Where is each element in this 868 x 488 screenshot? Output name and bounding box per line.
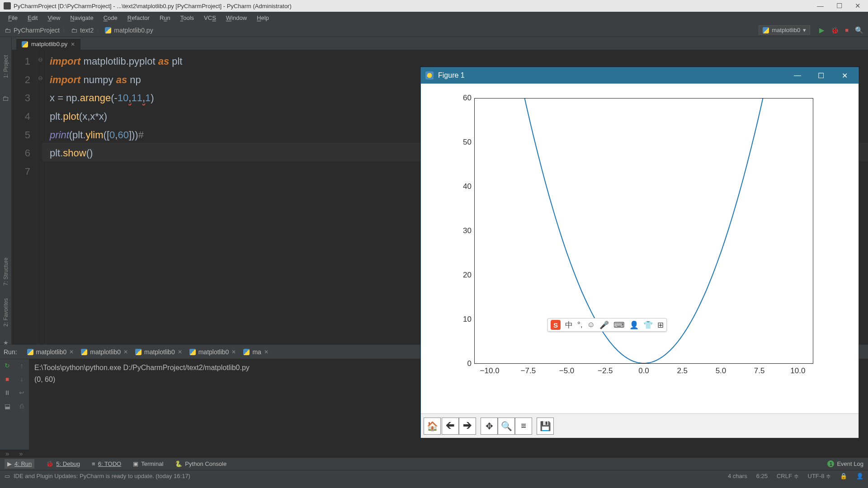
breadcrumb-label: PyCharmProject <box>14 27 60 34</box>
rerun-icon[interactable]: ↻ <box>5 362 10 369</box>
ime-logo-icon[interactable]: S <box>551 320 561 330</box>
fold-marker-icon[interactable]: ⊖ <box>38 73 43 84</box>
bottom-tool-tabs: ▶ 4: Run 🐞 5: Debug ≡ 6: TODO ▣ Terminal… <box>0 457 868 470</box>
run-panel-label: Run: <box>4 348 17 356</box>
navigation-bar: 🗀PyCharmProject 〉 🗀text2 〉 matplotlib0.p… <box>0 23 868 37</box>
status-encoding[interactable]: UTF-8 ≑ <box>808 473 831 479</box>
chevron-right-icon[interactable]: » <box>19 450 23 457</box>
search-icon[interactable]: 🔍 <box>855 26 863 34</box>
maximize-icon[interactable]: ☐ <box>836 2 842 10</box>
hector-icon[interactable]: 👤 <box>856 473 863 479</box>
up-arrow-icon[interactable]: ↑ <box>20 362 24 369</box>
pause-icon[interactable]: ⏸ <box>4 389 10 396</box>
menu-window[interactable]: Window <box>222 13 251 23</box>
menu-refactor[interactable]: Refactor <box>123 13 154 23</box>
back-icon[interactable]: 🡰 <box>442 418 459 435</box>
minimize-icon[interactable]: — <box>817 2 824 10</box>
run-config-selector[interactable]: matplotlib0 ▾ <box>759 25 810 35</box>
wrap-icon[interactable]: ↩ <box>19 389 24 396</box>
stop-icon[interactable]: ■ <box>5 375 9 383</box>
menu-vcs[interactable]: VCS <box>199 13 221 23</box>
run-panel-footer: » » <box>0 450 868 457</box>
python-file-icon <box>105 27 111 33</box>
ime-lang[interactable]: 中 <box>565 320 573 330</box>
ime-grid-icon[interactable]: ⊞ <box>657 320 664 330</box>
tool-event-log[interactable]: 1 Event Log <box>827 460 863 467</box>
ime-keyboard-icon[interactable]: ⌨ <box>613 320 625 330</box>
window-controls: — ☐ ✕ <box>817 2 861 10</box>
editor-tab[interactable]: matplotlib0.py ✕ <box>16 38 80 50</box>
breadcrumb-file[interactable]: matplotlib0.py <box>105 27 153 34</box>
menu-edit[interactable]: Edit <box>23 13 42 23</box>
menu-view[interactable]: View <box>43 13 65 23</box>
toolwindow-icon[interactable]: ▭ <box>5 473 10 479</box>
ime-shirt-icon[interactable]: 👕 <box>643 320 653 330</box>
tool-terminal[interactable]: ▣ Terminal <box>133 460 163 467</box>
breadcrumb-project[interactable]: 🗀PyCharmProject <box>5 27 60 34</box>
status-line-separator[interactable]: CRLF ≑ <box>777 473 799 479</box>
lock-icon[interactable]: 🔒 <box>840 473 847 479</box>
run-tab[interactable]: matplotlib0✕ <box>78 347 131 357</box>
ime-punct-icon[interactable]: °, <box>577 320 583 329</box>
status-chars: 4 chars <box>728 473 747 479</box>
breadcrumb-folder[interactable]: 🗀text2 <box>71 27 94 34</box>
chevron-right-icon[interactable]: » <box>5 450 9 457</box>
tab-close-icon[interactable]: ✕ <box>71 41 75 47</box>
run-tab[interactable]: matplotlib0✕ <box>187 347 239 357</box>
home-icon[interactable]: 🏠 <box>424 418 441 435</box>
layout-icon[interactable]: ⬓ <box>5 403 10 410</box>
ime-user-icon[interactable]: 👤 <box>629 320 639 330</box>
breadcrumb-label: text2 <box>80 27 94 34</box>
side-tab-project[interactable]: 1: Project <box>3 55 9 78</box>
status-bar: ▭IDE and Plugin Updates: PyCharm is read… <box>0 470 868 482</box>
chevron-down-icon: ▾ <box>803 27 806 33</box>
menu-run[interactable]: Run <box>155 13 175 23</box>
tool-python-console[interactable]: 🐍 Python Console <box>175 460 226 467</box>
run-icon[interactable]: ▶ <box>819 26 825 34</box>
close-icon[interactable]: ✕ <box>855 2 861 10</box>
ime-emoji-icon[interactable]: ☺ <box>587 320 595 329</box>
down-arrow-icon[interactable]: ↓ <box>20 375 24 383</box>
breadcrumb-sep: 〉 <box>62 26 68 34</box>
debug-icon[interactable]: 🐞 <box>831 27 839 34</box>
tool-run[interactable]: ▶ 4: Run <box>5 459 34 469</box>
status-message: IDE and Plugin Updates: PyCharm is ready… <box>14 473 190 479</box>
menu-navigate[interactable]: Navigate <box>66 13 98 23</box>
status-caret-position[interactable]: 6:25 <box>756 473 768 479</box>
figure-toolbar: 🏠 🡰 🡲 ✥ 🔍 ≡ 💾 <box>421 413 859 438</box>
fold-marker-icon[interactable]: ⊖ <box>38 54 43 65</box>
save-icon[interactable]: 💾 <box>537 418 554 435</box>
stop-icon[interactable]: ■ <box>845 27 849 33</box>
tool-todo[interactable]: ≡ 6: TODO <box>92 460 121 467</box>
folder-icon: 🗀 <box>71 27 77 34</box>
menu-code[interactable]: Code <box>99 13 122 23</box>
menu-bar: File Edit View Navigate Code Refactor Ru… <box>0 12 868 23</box>
run-tab[interactable]: matplotlib0✕ <box>132 347 185 357</box>
project-icon[interactable]: 🗀 <box>2 94 9 102</box>
breadcrumb-sep: 〉 <box>96 26 102 34</box>
side-tab-structure[interactable]: 7: Structure <box>3 258 9 286</box>
python-file-icon <box>22 41 28 47</box>
run-tab[interactable]: matplotlib0✕ <box>24 347 77 357</box>
python-icon <box>763 27 769 33</box>
run-config-label: matplotlib0 <box>772 27 800 33</box>
pan-icon[interactable]: ✥ <box>481 418 498 435</box>
tool-debug[interactable]: 🐞 5: Debug <box>46 460 80 467</box>
forward-icon[interactable]: 🡲 <box>459 418 476 435</box>
run-toolbar-left-2: ↑ ↓ ↩ ⎙ <box>14 359 29 450</box>
menu-help[interactable]: Help <box>252 13 274 23</box>
ime-toolbar[interactable]: S 中 °, ☺ 🎤 ⌨ 👤 👕 ⊞ <box>547 318 667 332</box>
menu-file[interactable]: File <box>4 13 22 23</box>
ime-mic-icon[interactable]: 🎤 <box>599 320 609 330</box>
menu-tools[interactable]: Tools <box>176 13 198 23</box>
print-icon[interactable]: ⎙ <box>20 403 24 410</box>
side-tab-favorites[interactable]: 2: Favorites <box>3 298 9 327</box>
star-icon[interactable]: ★ <box>3 339 9 346</box>
run-tab[interactable]: ma✕ <box>241 347 271 357</box>
zoom-icon[interactable]: 🔍 <box>498 418 515 435</box>
breadcrumb-label: matplotlib0.py <box>114 27 153 34</box>
fold-gutter: ⊖ ⊖ <box>37 50 46 344</box>
subplots-icon[interactable]: ≡ <box>515 418 532 435</box>
editor-tabs: matplotlib0.py ✕ <box>12 37 868 50</box>
run-tabs: matplotlib0✕matplotlib0✕matplotlib0✕matp… <box>24 347 271 357</box>
